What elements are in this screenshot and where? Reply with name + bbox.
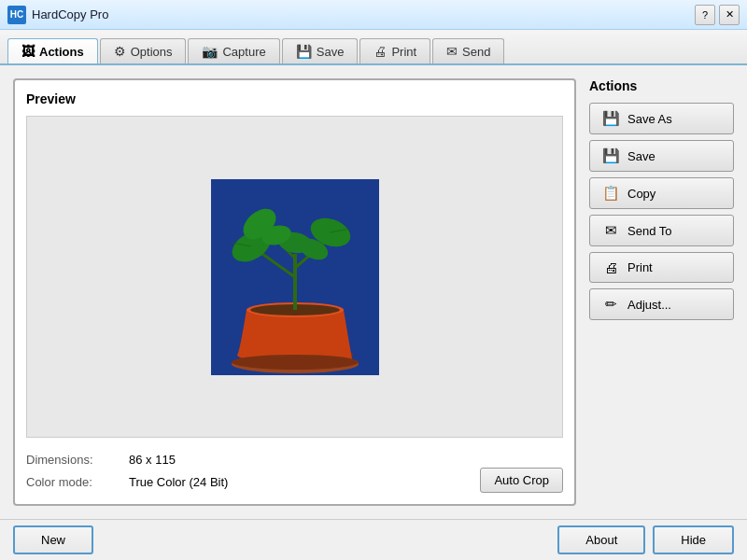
help-button[interactable]: ? xyxy=(695,5,715,25)
capture-tab-icon: 📷 xyxy=(202,44,218,59)
new-button[interactable]: New xyxy=(13,525,93,554)
app-icon: HC xyxy=(7,6,26,24)
save-button[interactable]: 💾 Save xyxy=(589,140,734,172)
capture-tab-label: Capture xyxy=(222,45,265,59)
preview-image xyxy=(211,179,379,375)
send-to-button[interactable]: ✉ Send To xyxy=(589,215,734,246)
save-as-button[interactable]: 💾 Save As xyxy=(589,103,734,134)
save-icon: 💾 xyxy=(601,147,620,164)
save-tab-icon: 💾 xyxy=(296,44,312,59)
tab-options[interactable]: ⚙ Options xyxy=(100,38,187,63)
tab-actions[interactable]: 🖼 Actions xyxy=(7,38,98,63)
options-tab-label: Options xyxy=(131,45,173,59)
actions-panel: Actions 💾 Save As 💾 Save 📋 Copy ✉ Send T… xyxy=(589,78,734,506)
actions-title: Actions xyxy=(589,78,734,93)
svg-point-5 xyxy=(232,355,359,370)
save-label: Save xyxy=(627,149,655,163)
colormode-row: Color mode: True Color (24 Bit) xyxy=(26,471,228,493)
adjust-label: Adjust... xyxy=(627,298,671,312)
bottom-bar: New About Hide xyxy=(0,519,747,560)
send-to-icon: ✉ xyxy=(601,222,620,239)
copy-button[interactable]: 📋 Copy xyxy=(589,177,734,209)
save-tab-label: Save xyxy=(317,45,345,59)
close-button[interactable]: ✕ xyxy=(719,5,740,25)
title-bar-controls: ? ✕ xyxy=(695,5,740,25)
plant-svg xyxy=(211,179,379,375)
preview-panel: Preview xyxy=(13,78,576,506)
save-as-icon: 💾 xyxy=(601,110,620,127)
send-tab-label: Send xyxy=(462,45,490,59)
action-buttons: 💾 Save As 💾 Save 📋 Copy ✉ Send To 🖨 Prin… xyxy=(589,103,734,320)
save-as-label: Save As xyxy=(627,112,672,126)
colormode-value: True Color (24 Bit) xyxy=(129,471,228,493)
print-label: Print xyxy=(627,260,653,274)
colormode-label: Color mode: xyxy=(26,471,120,493)
about-button[interactable]: About xyxy=(557,525,645,554)
send-tab-icon: ✉ xyxy=(446,44,458,59)
send-to-label: Send To xyxy=(627,224,671,238)
actions-tab-icon: 🖼 xyxy=(21,44,35,59)
adjust-icon: ✏ xyxy=(601,296,620,313)
preview-info: Dimensions: 86 x 115 Color mode: True Co… xyxy=(26,449,228,493)
copy-icon: 📋 xyxy=(601,185,620,202)
tab-bar: 🖼 Actions ⚙ Options 📷 Capture 💾 Save 🖨 P… xyxy=(0,30,747,65)
title-bar-left: HC HardCopy Pro xyxy=(7,6,108,24)
print-tab-icon: 🖨 xyxy=(374,44,387,59)
hide-button[interactable]: Hide xyxy=(653,525,734,554)
tab-send[interactable]: ✉ Send xyxy=(432,38,504,63)
print-icon: 🖨 xyxy=(601,259,620,275)
tab-save[interactable]: 💾 Save xyxy=(282,38,359,63)
print-button[interactable]: 🖨 Print xyxy=(589,252,734,283)
print-tab-label: Print xyxy=(391,45,416,59)
dimensions-row: Dimensions: 86 x 115 xyxy=(26,449,228,470)
main-content: Preview xyxy=(0,65,747,519)
copy-label: Copy xyxy=(627,187,655,201)
options-tab-icon: ⚙ xyxy=(114,44,126,59)
title-bar: HC HardCopy Pro ? ✕ xyxy=(0,0,747,30)
dimensions-label: Dimensions: xyxy=(26,449,120,470)
actions-tab-label: Actions xyxy=(39,45,84,59)
auto-crop-button[interactable]: Auto Crop xyxy=(480,468,563,493)
tab-capture[interactable]: 📷 Capture xyxy=(188,38,279,63)
adjust-button[interactable]: ✏ Adjust... xyxy=(589,288,734,320)
tab-print[interactable]: 🖨 Print xyxy=(359,38,430,63)
info-and-crop: Dimensions: 86 x 115 Color mode: True Co… xyxy=(26,449,563,493)
dimensions-value: 86 x 115 xyxy=(129,449,176,470)
preview-image-container xyxy=(26,116,563,438)
preview-title: Preview xyxy=(26,91,563,106)
app-title: HardCopy Pro xyxy=(32,7,108,21)
